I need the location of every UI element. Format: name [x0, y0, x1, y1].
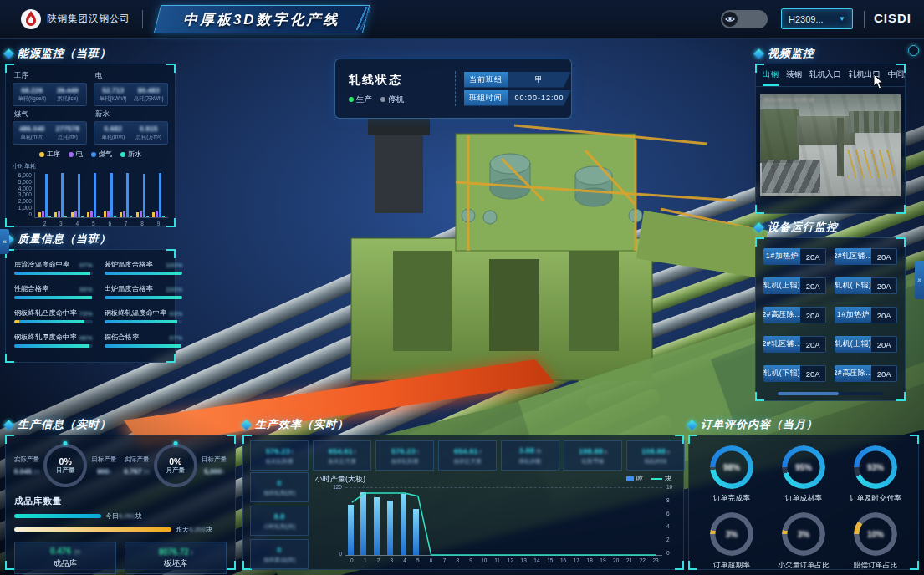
panel-diamond-icon: [3, 48, 14, 59]
donut-label: 月产量: [166, 466, 186, 475]
bar: [48, 216, 51, 217]
legend-label: 煤气: [99, 150, 112, 159]
donut: 10%: [854, 512, 897, 556]
visibility-toggle[interactable]: [721, 10, 768, 28]
target-output-value: 5,000t: [198, 467, 230, 476]
device-name: 2#高压除...: [763, 307, 800, 323]
stat-unit: 块: [534, 448, 541, 454]
device-value: 20A: [871, 277, 897, 294]
video-tab-3[interactable]: 轧机出口: [849, 69, 881, 86]
video-tab-4[interactable]: 中间冷: [888, 69, 905, 86]
stat-unit: t: [478, 449, 482, 455]
y-tick: 6: [666, 511, 672, 516]
device-item[interactable]: 轧机(上辊)20A: [763, 277, 826, 294]
device-item[interactable]: 2#轧区辅...20A: [763, 336, 826, 353]
device-item[interactable]: 轧机(下辊)20A: [835, 277, 897, 294]
device-item[interactable]: 轧机(下辊)20A: [763, 365, 826, 382]
y-tick: 0: [666, 550, 672, 556]
device-scrollbar[interactable]: [778, 392, 883, 395]
video-tab-2[interactable]: 轧机入口: [809, 69, 841, 86]
hourly-output-chart: [345, 487, 662, 556]
bar: [74, 211, 77, 217]
x-tick: 22: [636, 557, 649, 563]
device-item[interactable]: 1#加热炉20A: [763, 248, 826, 265]
progress-track: [105, 344, 183, 348]
camera-settings-icon[interactable]: [908, 45, 919, 56]
panel-title: 订单评价内容（当月）: [701, 417, 818, 432]
panel-title: 质量信息（当班）: [18, 232, 111, 247]
legend-dot-icon: [380, 97, 385, 102]
legend-item: 新水: [120, 150, 141, 159]
kpi-label: 订单完成率: [713, 494, 750, 504]
y-axis: 6,0005,0004,0003,0002,0001,0000: [13, 172, 34, 217]
left-collapse-handle[interactable]: «: [0, 229, 9, 254]
scrollbar-thumb[interactable]: [778, 392, 839, 395]
production-efficiency-panel: 生产效率（实时） 576.23 t当天轧制量654.61 t当天定尺量576.2…: [242, 416, 684, 570]
video-tab-1[interactable]: 装钢: [786, 69, 802, 86]
production-info-panel: 生产信息（实时） 实际产量0.045万t 0%日产量 目标产量900t 实际产量…: [5, 416, 236, 570]
bar: [146, 216, 149, 217]
legend-item: 停机: [380, 94, 404, 105]
feed-floor-texture: [760, 94, 901, 196]
video-feed[interactable]: 2023-09-13 10:26:18 出钢区域摄像头: [760, 94, 901, 196]
order-kpi: 95%订单成材率: [768, 445, 840, 504]
heat-number-dropdown[interactable]: H2309... ▼: [781, 8, 853, 29]
device-value: 20A: [871, 336, 897, 353]
target-output-label: 目标产量: [198, 455, 230, 464]
device-item[interactable]: 轧机(上辊)20A: [835, 336, 897, 353]
order-kpi: 10%赔偿订单占比: [840, 512, 911, 571]
stat-box: 0当班轧制(块): [250, 472, 309, 502]
donut: 3%: [710, 512, 753, 556]
donut-value: 98%: [710, 445, 753, 489]
device-item[interactable]: 1#加热炉20A: [835, 307, 897, 323]
bar-fill: [14, 527, 171, 532]
efficiency-top-stats: 576.23 t当天轧制量654.61 t当天定尺量576.23 t当班轧制量6…: [250, 440, 685, 471]
stat-label: 当班定尺量: [453, 457, 482, 466]
dashed-divider: [455, 71, 456, 106]
x-tick: 5: [92, 221, 95, 226]
right-collapse-handle[interactable]: »: [915, 261, 924, 299]
stat-unit: t: [290, 449, 294, 455]
order-kpi: 3%订单超期率: [696, 512, 768, 571]
energy-unit: 单耗(kgce/t): [16, 95, 48, 103]
progress-fill: [14, 344, 89, 348]
y-tick: 1,000: [13, 205, 32, 211]
stat-label: 待轧块数: [518, 457, 541, 466]
x-tick: 3: [59, 221, 63, 226]
quality-metrics-grid: 层流冷温度命中率97%装炉温度合格率100%性能合格率99%出炉温度合格率100…: [6, 250, 175, 353]
device-name: 2#轧区辅...: [835, 248, 871, 265]
y-tick: 10: [666, 484, 672, 490]
device-value: 20A: [800, 365, 826, 382]
panel-title: 视频监控: [768, 46, 814, 61]
energy-value: 0.915: [133, 125, 166, 133]
bar: [107, 211, 110, 217]
energy-value: 80.483: [133, 86, 166, 94]
panel-title: 生产效率（实时）: [255, 417, 349, 432]
legend-item: 生产: [349, 94, 372, 105]
video-tab-0[interactable]: 出钢: [763, 69, 779, 86]
legend-item: 工序: [39, 150, 60, 159]
energy-metric: 0.682单耗(m³/t): [97, 125, 130, 141]
stock-section-title: 成品库数量: [6, 487, 235, 507]
device-value: 20A: [800, 336, 826, 353]
panel-title: 设备运行监控: [768, 220, 838, 235]
device-item[interactable]: 2#高压除...20A: [835, 365, 897, 382]
header-divider: [864, 11, 865, 28]
donut-value: 10%: [854, 512, 897, 556]
bar-group: 7: [120, 172, 132, 217]
bar-group: 3: [54, 172, 67, 217]
device-value: 20A: [800, 277, 826, 294]
bar: [97, 216, 100, 217]
legend-item: 块: [651, 474, 671, 483]
progress-fill: [14, 296, 92, 299]
feed-timestamp: 2023-09-13 10:26:18: [763, 97, 814, 103]
x-tick: 8: [451, 557, 464, 563]
bar: [110, 173, 113, 217]
device-item[interactable]: 2#高压除...20A: [763, 307, 826, 323]
device-item[interactable]: 2#轧区辅...20A: [835, 248, 897, 265]
bar-group: 2: [38, 172, 51, 217]
donut-value: 93%: [854, 445, 897, 489]
donut-value: 95%: [782, 445, 825, 489]
y-tick: 2,000: [13, 198, 32, 204]
stat-label: 当天轧制量: [265, 457, 294, 466]
